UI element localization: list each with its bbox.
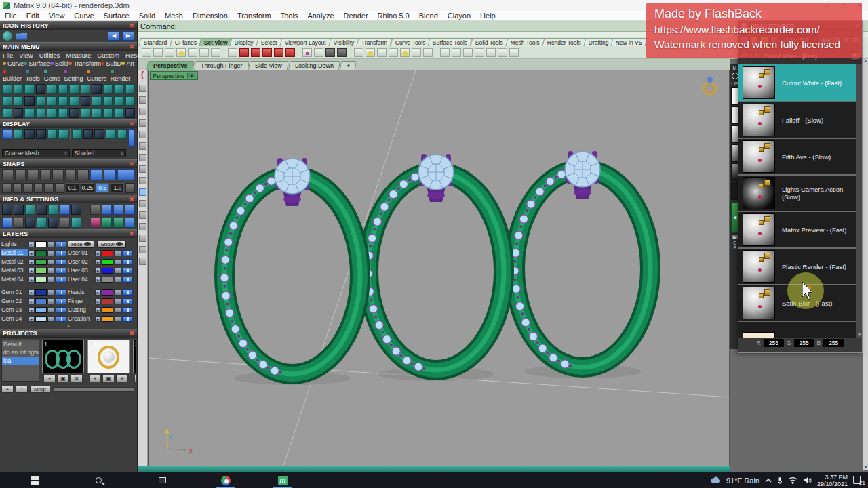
project-thumbnail-2[interactable]: 2 [87,340,130,373]
viewport-label-dropdown-icon[interactable]: ▼ [187,73,195,78]
layer-visibility-toggle[interactable] [56,277,66,283]
gemstone-tool-icon[interactable] [113,218,123,228]
snap-icon[interactable] [34,183,43,193]
category-tab-surface[interactable]: Surface [24,60,50,67]
layer-row-creation[interactable]: Creation▸ [68,314,136,323]
layer-row-lights[interactable]: Lights▸ [1,240,68,248]
layer-lock-icon[interactable] [47,259,55,265]
settings-icon[interactable] [25,218,35,228]
menu-item-edit[interactable]: Edit [22,12,44,20]
ribbon-tool-icon[interactable] [274,48,283,57]
tool-icon[interactable] [14,84,24,94]
menu-item-mesh[interactable]: Mesh [160,12,188,20]
menu-item-blend[interactable]: Blend [414,12,443,20]
ribbon-tool-icon[interactable] [498,48,507,57]
expand-button[interactable]: ▶ [732,234,738,239]
category-tab-builder[interactable]: Builder [3,68,26,82]
ring-tool-icon[interactable] [732,73,738,79]
tool-icon[interactable] [36,96,46,106]
info-icon[interactable] [14,205,24,215]
layer-visibility-toggle[interactable] [122,259,133,265]
layer-expand-icon[interactable]: ▸ [28,298,35,304]
ribbon-tab-render-tools[interactable]: Render Tools [542,38,586,46]
tool-icon[interactable] [103,96,113,106]
layer-expand-icon[interactable]: ▸ [95,316,101,322]
info-icon[interactable] [25,205,35,215]
tool-icon[interactable] [69,108,79,118]
display-panel-close-icon[interactable]: ✕ [129,121,134,127]
layer-visibility-toggle[interactable] [56,259,66,265]
snap-toggle-icon[interactable] [90,169,102,180]
project-manager-button[interactable]: Mngr [30,386,50,393]
save-project-button[interactable]: ▣ [57,375,69,382]
tool-icon[interactable] [125,108,136,118]
scroll-up-icon[interactable]: ▲ [863,59,868,63]
workflow-icon[interactable] [125,205,135,215]
tool-icon[interactable] [2,108,12,118]
layer-visibility-toggle[interactable] [122,250,133,256]
scroll-down-icon[interactable]: ▼ [863,465,868,469]
layer-color-swatch[interactable] [35,250,47,256]
render-preset-fifth-ave[interactable]: Fifth Ave - (Slow) [738,138,862,174]
settings-icon[interactable] [14,218,24,228]
tool-icon[interactable] [24,108,35,118]
project-item-Default[interactable]: Default [2,340,39,348]
snap-increment-0.25[interactable]: 0.25 [81,183,94,192]
tool-icon[interactable] [92,84,102,94]
tool-icon[interactable] [47,108,57,118]
info-icon[interactable] [48,205,58,215]
open-file-history-icon[interactable] [16,33,27,40]
side-tool-icon[interactable] [139,223,146,230]
render-preset-lights-camera-action[interactable]: Lights Camera Action - (Slow) [738,174,862,211]
layer-expand-icon[interactable]: ▸ [28,241,35,247]
main-menu-measure[interactable]: Measure [66,52,91,59]
tool-icon[interactable] [47,84,57,94]
ribbon-tab-curve-tools[interactable]: Curve Tools [390,38,431,46]
project-up-button[interactable]: ↑ [16,386,28,393]
category-tab-subd[interactable]: SubD [101,60,121,67]
add-viewport-tab-button[interactable]: + [340,61,357,70]
tool-icon[interactable] [69,84,79,94]
wifi-icon[interactable] [788,476,797,484]
settings-icon[interactable] [71,218,81,228]
side-tool-icon[interactable] [139,119,146,127]
layer-visibility-toggle[interactable] [56,250,66,256]
side-tool-icon[interactable] [139,200,146,207]
layer-lock-icon[interactable] [114,268,121,274]
tool-icon[interactable] [2,84,12,94]
settings-icon[interactable] [2,218,12,228]
category-tab-setting[interactable]: Setting [64,68,87,82]
layer-row-user-02[interactable]: User 02▸ [68,258,136,266]
speaker-icon[interactable] [803,476,812,484]
layer-visibility-toggle[interactable] [56,307,66,313]
layer-color-swatch[interactable] [102,268,113,274]
mesh-mode-dropdown[interactable]: Coarse Mesh˅ [2,149,70,157]
ortho-toggle-button[interactable] [117,169,135,180]
gemstone-tool-icon[interactable] [125,218,135,228]
weather-text[interactable]: 91°F Rain [726,476,760,485]
snap-icon[interactable] [55,183,64,193]
layer-lock-icon[interactable] [114,307,121,313]
layer-row-user-04[interactable]: User 04▸ [68,275,136,283]
layer-lock-icon[interactable] [47,250,55,256]
delete-project-button[interactable]: ✕ [71,375,83,382]
layer-color-swatch[interactable] [35,307,47,313]
rgb-value-r[interactable]: 255 [764,339,784,347]
add-project-button[interactable]: + [43,375,56,382]
layer-expand-icon[interactable]: ▸ [95,277,101,283]
tool-icon[interactable] [36,108,46,118]
ribbon-tool-icon[interactable] [326,48,335,57]
layer-color-swatch[interactable] [102,259,113,265]
menu-item-help[interactable]: Help [475,12,500,20]
category-tab-render[interactable]: Render [111,68,134,82]
taskbar-clock[interactable]: 3:37 PM 29/10/2021 [817,474,848,487]
tool-icon[interactable] [24,84,35,94]
snap-increment-0.1[interactable]: 0.1 [66,183,79,192]
menu-item-analyze[interactable]: Analyze [302,12,338,20]
ribbon-tab-mesh-tools[interactable]: Mesh Tools [505,38,545,46]
rgb-value-b[interactable]: 255 [823,339,844,347]
ribbon-tab-cplanes[interactable]: CPlanes [170,38,201,46]
add-project-button[interactable]: + [134,375,136,382]
render-preset-falloff[interactable]: Falloff - (Slow) [738,101,862,138]
menu-item-view[interactable]: View [44,12,70,20]
